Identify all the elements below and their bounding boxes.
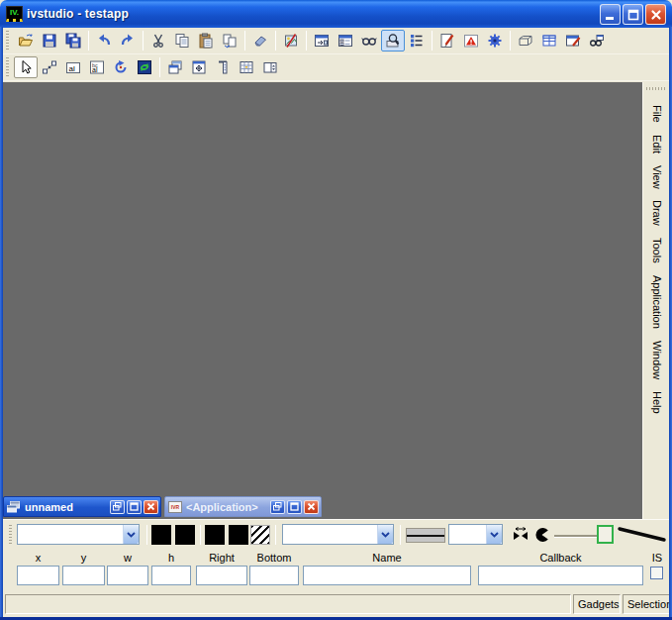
duplicate-icon xyxy=(222,33,238,49)
maximize-button[interactable] xyxy=(623,4,643,25)
w-field[interactable] xyxy=(107,566,148,585)
dialog-properties-button[interactable] xyxy=(334,30,357,52)
x-field[interactable] xyxy=(17,566,59,585)
rotate-tool-button[interactable] xyxy=(109,56,133,78)
attribute-combo[interactable] xyxy=(17,524,140,545)
copy-button[interactable] xyxy=(170,30,194,52)
column-panel-button[interactable] xyxy=(211,56,235,78)
maximize-icon xyxy=(129,501,140,512)
minimize-button[interactable] xyxy=(600,4,621,25)
dialog-preview-button[interactable] xyxy=(310,30,334,52)
split-panel-button[interactable] xyxy=(258,56,282,78)
line-style-preview[interactable] xyxy=(406,528,445,543)
erase-button[interactable] xyxy=(248,30,272,52)
error-log-button[interactable] xyxy=(459,30,483,52)
design-canvas[interactable]: unnamed IVR <Application> xyxy=(3,82,642,519)
border-color-swatch[interactable] xyxy=(229,525,248,545)
chevron-down-icon[interactable] xyxy=(486,525,502,544)
close-button[interactable] xyxy=(304,500,319,514)
separator xyxy=(244,31,245,51)
pattern-swatch[interactable] xyxy=(250,525,270,545)
label-tool-icon: al xyxy=(65,59,81,75)
toolbar-grip[interactable] xyxy=(6,57,9,77)
open-button[interactable] xyxy=(14,30,38,52)
restore-icon xyxy=(112,501,123,512)
background-color-swatch[interactable] xyxy=(175,525,195,545)
menubar-grip[interactable] xyxy=(646,87,666,90)
font-combo[interactable] xyxy=(282,524,394,545)
node-edit-tool-button[interactable] xyxy=(38,56,61,78)
toolbar-grip[interactable] xyxy=(6,31,9,51)
menu-view[interactable]: View xyxy=(651,165,662,189)
bottom-field[interactable] xyxy=(249,566,299,585)
maximize-button[interactable] xyxy=(127,500,142,514)
menu-tools[interactable]: Tools xyxy=(651,238,662,263)
tree-view-button[interactable] xyxy=(405,30,429,52)
multi-label-tool-button[interactable]: bcal xyxy=(85,56,109,78)
refresh-tool-button[interactable] xyxy=(133,56,156,78)
name-field[interactable] xyxy=(303,566,471,585)
line-style-combo[interactable] xyxy=(448,524,503,545)
vertical-menubar: File Edit View Draw Tools Application Wi… xyxy=(642,82,669,519)
restore-button[interactable] xyxy=(270,500,285,514)
slider-track[interactable] xyxy=(554,535,602,537)
panel-grip[interactable] xyxy=(9,525,12,545)
chevron-down-icon[interactable] xyxy=(123,525,139,544)
find-button[interactable] xyxy=(357,30,381,52)
save-button[interactable] xyxy=(38,30,61,52)
attribute-panel: x y w h Right Bottom Name Callback IS xyxy=(3,519,669,592)
foreground-color-swatch[interactable] xyxy=(151,525,171,545)
test-image-button[interactable] xyxy=(279,30,303,52)
separator xyxy=(275,525,276,545)
label-tool-button[interactable]: al xyxy=(61,56,85,78)
is-checkbox[interactable] xyxy=(650,567,663,579)
save-all-button[interactable] xyxy=(61,30,85,52)
y-field[interactable] xyxy=(62,566,105,585)
select-tool-button[interactable] xyxy=(14,56,38,78)
main-toolbar xyxy=(3,28,669,54)
separator xyxy=(146,525,147,545)
undo-button[interactable] xyxy=(92,30,116,52)
h-field[interactable] xyxy=(151,566,191,585)
redo-button[interactable] xyxy=(116,30,140,52)
menu-file[interactable]: File xyxy=(651,105,662,123)
maximize-button[interactable] xyxy=(287,500,302,514)
close-button[interactable] xyxy=(144,500,158,514)
menu-draw[interactable]: Draw xyxy=(651,200,662,226)
child-window-application[interactable]: IVR <Application> xyxy=(164,496,322,517)
edit-dialog-button[interactable] xyxy=(561,30,585,52)
line-width-preview[interactable] xyxy=(617,524,668,546)
grid-table-icon xyxy=(541,33,557,49)
find-dialog-button[interactable] xyxy=(585,30,609,52)
cascade-windows-button[interactable] xyxy=(163,56,187,78)
paste-button[interactable] xyxy=(194,30,218,52)
duplicate-button[interactable] xyxy=(218,30,241,52)
container-button[interactable] xyxy=(514,30,537,52)
test-image-icon xyxy=(283,33,299,49)
inspect-button[interactable] xyxy=(381,30,405,52)
chevron-down-icon[interactable] xyxy=(377,525,393,544)
child-window-unnamed[interactable]: unnamed xyxy=(3,496,161,517)
arrow-marker-icon[interactable] xyxy=(512,526,529,544)
fill-color-swatch[interactable] xyxy=(205,525,225,545)
restore-button[interactable] xyxy=(110,500,125,514)
settings-button[interactable] xyxy=(483,30,507,52)
menu-edit[interactable]: Edit xyxy=(651,135,662,154)
paste-clipboard-icon xyxy=(198,33,214,49)
refresh-icon xyxy=(137,59,152,75)
table-panel-button[interactable] xyxy=(235,56,258,78)
edit-source-button[interactable] xyxy=(435,30,459,52)
callback-field[interactable] xyxy=(478,566,643,585)
grid-button[interactable] xyxy=(537,30,561,52)
cut-button[interactable] xyxy=(146,30,170,52)
cascade-windows-icon xyxy=(7,501,21,513)
titlebar[interactable]: IV. ivstudio - testapp xyxy=(0,0,672,28)
menu-application[interactable]: Application xyxy=(651,275,662,329)
fit-window-button[interactable] xyxy=(187,56,211,78)
slider-thumb[interactable] xyxy=(597,525,614,544)
right-field[interactable] xyxy=(196,566,247,585)
arc-pie-icon[interactable] xyxy=(533,526,551,544)
menu-window[interactable]: Window xyxy=(651,341,662,379)
close-button[interactable] xyxy=(645,4,666,25)
menu-help[interactable]: Help xyxy=(651,391,662,414)
